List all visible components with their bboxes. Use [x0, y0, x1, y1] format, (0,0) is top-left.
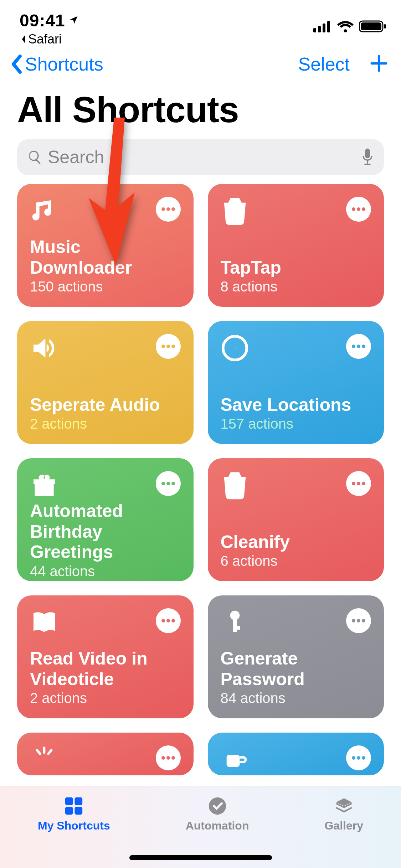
svg-rect-44 — [226, 755, 240, 767]
card-actions: 6 actions — [221, 553, 371, 569]
shortcut-card[interactable]: Cleanify 6 actions — [208, 458, 384, 581]
svg-point-52 — [209, 797, 226, 815]
svg-point-35 — [352, 619, 355, 622]
card-actions: 150 actions — [30, 279, 181, 295]
cellular-icon — [313, 20, 332, 32]
card-actions: 44 actions — [30, 563, 181, 579]
svg-point-21 — [357, 345, 360, 348]
card-title: Read Video in Videoticle — [30, 649, 181, 689]
svg-rect-33 — [233, 619, 237, 632]
svg-point-11 — [166, 207, 170, 211]
card-actions: 157 actions — [221, 416, 371, 432]
svg-rect-3 — [327, 21, 330, 32]
svg-point-46 — [357, 756, 360, 760]
svg-rect-2 — [323, 24, 325, 32]
card-more-button[interactable] — [156, 334, 181, 359]
card-more-button[interactable] — [346, 608, 371, 633]
card-actions: 84 actions — [221, 690, 371, 706]
back-label: Shortcuts — [25, 53, 103, 75]
back-to-app-button[interactable]: Safari — [20, 32, 79, 47]
card-more-button[interactable] — [156, 197, 181, 222]
loading-icon — [30, 745, 58, 775]
location-icon — [69, 15, 79, 26]
coffee-icon — [221, 745, 249, 775]
card-more-button[interactable] — [156, 471, 181, 496]
trash-icon — [221, 197, 249, 227]
card-title: Seperate Audio — [30, 395, 181, 415]
tab-label: Gallery — [324, 819, 363, 832]
add-button[interactable] — [369, 54, 389, 74]
card-title: Generate Password — [221, 649, 371, 689]
card-title: Music Downloader — [30, 237, 181, 278]
svg-point-27 — [357, 482, 360, 485]
tab-automation[interactable]: Automation — [186, 796, 249, 832]
svg-point-16 — [161, 345, 165, 348]
card-more-button[interactable] — [346, 334, 371, 359]
svg-rect-0 — [313, 28, 316, 32]
svg-point-28 — [362, 482, 365, 485]
svg-line-39 — [48, 750, 51, 754]
card-more-button[interactable] — [156, 745, 181, 770]
select-button[interactable]: Select — [298, 53, 350, 75]
svg-point-25 — [171, 482, 175, 485]
shortcut-card[interactable]: Read Video in Videoticle 2 actions — [17, 595, 194, 718]
svg-rect-49 — [75, 797, 83, 805]
svg-point-20 — [352, 345, 355, 348]
card-more-button[interactable] — [346, 197, 371, 222]
page-title: All Shortcuts — [0, 78, 401, 139]
svg-point-19 — [223, 336, 247, 360]
svg-point-13 — [352, 207, 355, 211]
card-actions: 2 actions — [30, 416, 181, 432]
svg-point-47 — [362, 756, 365, 760]
svg-rect-7 — [365, 149, 370, 158]
svg-rect-6 — [384, 24, 386, 29]
shortcut-card[interactable]: Automated Birthday Greetings 44 actions — [17, 458, 194, 581]
card-more-button[interactable] — [346, 471, 371, 496]
shortcut-card[interactable]: Save Locations 157 actions — [208, 321, 384, 444]
search-field[interactable] — [17, 139, 384, 175]
svg-point-45 — [352, 756, 355, 760]
nav-bar: Shortcuts Select — [0, 46, 401, 78]
search-input[interactable] — [48, 147, 356, 167]
svg-rect-48 — [65, 797, 73, 805]
home-indicator[interactable] — [129, 855, 272, 860]
shortcuts-grid: Music Downloader 150 actions TapTap 8 ac… — [0, 184, 401, 775]
svg-point-12 — [171, 207, 175, 211]
tab-my-shortcuts[interactable]: My Shortcuts — [38, 796, 110, 832]
gift-icon — [30, 471, 58, 501]
svg-point-22 — [362, 345, 365, 348]
svg-rect-5 — [361, 22, 381, 30]
tab-bar: My Shortcuts Automation Gallery — [0, 786, 401, 868]
svg-point-29 — [161, 619, 165, 622]
card-more-button[interactable] — [156, 608, 181, 633]
shortcut-card[interactable]: TapTap 8 actions — [208, 184, 384, 307]
music-icon — [30, 197, 58, 227]
wifi-icon — [337, 20, 354, 32]
shortcut-card[interactable] — [208, 733, 384, 775]
card-more-button[interactable] — [346, 745, 371, 770]
tab-label: Automation — [186, 819, 249, 832]
svg-rect-51 — [75, 807, 83, 815]
svg-point-36 — [357, 619, 360, 622]
tab-label: My Shortcuts — [38, 819, 110, 832]
svg-point-37 — [362, 619, 365, 622]
svg-rect-8 — [367, 160, 368, 164]
tab-gallery[interactable]: Gallery — [324, 796, 363, 832]
back-button[interactable]: Shortcuts — [10, 53, 103, 75]
svg-point-26 — [352, 482, 355, 485]
svg-point-41 — [161, 756, 165, 760]
back-app-label: Safari — [28, 32, 62, 47]
card-title: TapTap — [221, 258, 371, 278]
key-icon — [221, 608, 249, 638]
shortcut-card[interactable] — [17, 733, 194, 775]
shortcut-card[interactable]: Seperate Audio 2 actions — [17, 321, 194, 444]
safari-icon — [221, 334, 249, 364]
shortcut-card[interactable]: Generate Password 84 actions — [208, 595, 384, 718]
svg-line-40 — [37, 750, 40, 754]
shortcut-card[interactable]: Music Downloader 150 actions — [17, 184, 194, 307]
card-title: Automated Birthday Greetings — [30, 501, 181, 563]
card-actions: 8 actions — [221, 279, 371, 295]
svg-point-17 — [166, 345, 170, 348]
svg-rect-1 — [318, 26, 321, 32]
dictation-icon[interactable] — [361, 148, 374, 166]
